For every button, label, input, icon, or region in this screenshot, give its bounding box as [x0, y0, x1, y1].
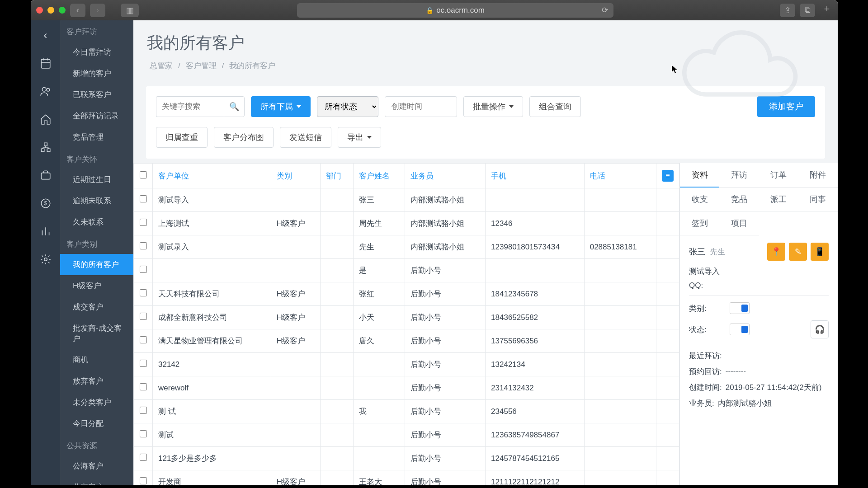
table-row[interactable]: 成都全新意科技公司H级客户小天后勤小号18436525582	[134, 306, 679, 329]
location-button[interactable]: 📍	[767, 243, 785, 261]
detail-tab[interactable]: 竞品	[719, 188, 759, 211]
back-button[interactable]: ‹	[70, 4, 85, 17]
detail-tab[interactable]: 派工	[759, 188, 798, 211]
row-checkbox[interactable]	[140, 477, 147, 484]
sidebar-item[interactable]: 已联系客户	[60, 84, 133, 105]
settings-icon[interactable]	[39, 253, 52, 266]
home-icon[interactable]	[39, 113, 52, 126]
minimize-window-icon[interactable]	[47, 7, 54, 14]
detail-tab[interactable]: 签到	[680, 211, 719, 235]
edit-button[interactable]: ✎	[789, 243, 807, 261]
headset-button[interactable]: 🎧	[811, 320, 829, 338]
detail-tab[interactable]: 同事	[798, 188, 838, 211]
sidebar-item[interactable]: H级客户	[60, 275, 133, 296]
row-checkbox[interactable]	[140, 336, 147, 343]
sidebar-item[interactable]: 今日需拜访	[60, 42, 133, 63]
table-row[interactable]: 121多少是多少多后勤小号1245787454512165	[134, 447, 679, 470]
column-header[interactable]: 类别	[271, 164, 320, 188]
select-all-header[interactable]	[134, 164, 153, 188]
table-row[interactable]: 测试导入张三内部测试骆小姐	[134, 188, 679, 212]
breadcrumb-item[interactable]: 总管家	[150, 61, 173, 70]
address-bar[interactable]: 🔒 oc.oacrm.com ⟳	[297, 3, 613, 18]
table-row[interactable]: 开发商H级客户王老大后勤小号1211122112121212	[134, 470, 679, 486]
bulk-action-dropdown[interactable]: 批量操作	[463, 96, 523, 117]
sidebar-item[interactable]: 公海客户	[60, 455, 133, 477]
sidebar-item[interactable]: 批发商-成交客户	[60, 318, 133, 349]
boxes-icon[interactable]	[39, 141, 52, 154]
column-header[interactable]: 部门	[320, 164, 353, 188]
close-window-icon[interactable]	[36, 7, 43, 14]
sidebar-item[interactable]: 逾期未联系	[60, 190, 133, 211]
scope-dropdown[interactable]: 所有下属	[251, 96, 311, 117]
detail-tab[interactable]: 项目	[719, 211, 759, 235]
table-row[interactable]: 是后勤小号	[134, 259, 679, 282]
sidebar-item[interactable]: 成交客户	[60, 296, 133, 318]
briefcase-icon[interactable]	[39, 169, 52, 182]
table-row[interactable]: 32142后勤小号13242134	[134, 353, 679, 376]
row-checkbox[interactable]	[140, 219, 147, 226]
detail-tab[interactable]: 收支	[680, 188, 719, 211]
category-select[interactable]	[730, 302, 750, 314]
table-row[interactable]: werewolf后勤小号2314132432	[134, 376, 679, 400]
users-icon[interactable]	[39, 84, 52, 98]
table-row[interactable]: 测试录入先生内部测试骆小姐12398018015734З402885138181	[134, 235, 679, 259]
column-header[interactable]: 手机	[486, 164, 585, 188]
sidebar-item[interactable]: 今日分配	[60, 413, 133, 434]
column-header[interactable]: 客户姓名	[353, 164, 405, 188]
column-header[interactable]: 业务员	[405, 164, 486, 188]
row-checkbox[interactable]	[140, 313, 147, 320]
select-all-checkbox[interactable]	[140, 171, 147, 178]
row-checkbox[interactable]	[140, 430, 147, 437]
sidebar-item[interactable]: 全部拜访记录	[60, 105, 133, 127]
detail-tab[interactable]: 拜访	[719, 163, 759, 188]
reload-icon[interactable]: ⟳	[602, 5, 608, 15]
sidebar-item[interactable]: 共享客户	[60, 477, 133, 485]
breadcrumb-item[interactable]: 客户管理	[186, 61, 217, 70]
column-header[interactable]: 电话	[584, 164, 656, 188]
table-row[interactable]: 上海测试H级客户周先生内部测试骆小姐12346	[134, 212, 679, 235]
toolbar-button[interactable]: 客户分布图	[214, 127, 274, 148]
detail-tab[interactable]: 附件	[798, 163, 838, 188]
money-icon[interactable]: $	[39, 197, 52, 210]
row-checkbox[interactable]	[140, 360, 147, 367]
created-date-input[interactable]	[385, 96, 457, 117]
share-button[interactable]: ⇪	[780, 4, 795, 17]
row-checkbox[interactable]	[140, 454, 147, 461]
mobile-button[interactable]: 📱	[811, 243, 829, 261]
toolbar-button[interactable]: 归属查重	[156, 127, 208, 148]
sidebar-item[interactable]: 我的所有客户	[60, 254, 133, 275]
sidebar-item[interactable]: 未分类客户	[60, 392, 133, 413]
table-row[interactable]: 天天科技有限公司H级客户张红后勤小号18412345678	[134, 282, 679, 306]
row-checkbox[interactable]	[140, 383, 147, 390]
toolbar-button[interactable]: 发送短信	[280, 127, 331, 148]
add-customer-button[interactable]: 添加客户	[757, 96, 815, 117]
new-tab-button[interactable]: +	[821, 4, 832, 14]
table-row[interactable]: 测 试我后勤小号234556	[134, 400, 679, 423]
table-row[interactable]: 测试后勤小号1236385749854867	[134, 423, 679, 447]
search-button[interactable]: 🔍	[224, 96, 245, 117]
combo-query-button[interactable]: 组合查询	[529, 96, 581, 117]
sidebar-item[interactable]: 近期过生日	[60, 169, 133, 190]
calendar-icon[interactable]	[39, 56, 52, 70]
column-settings-button[interactable]: ≡	[662, 170, 674, 182]
sidebar-item[interactable]: 商机	[60, 349, 133, 371]
column-header[interactable]: 客户单位	[153, 164, 271, 188]
search-input[interactable]	[156, 96, 224, 117]
collapse-icon[interactable]: ‹	[39, 28, 52, 42]
tabs-button[interactable]: ⧉	[800, 4, 815, 17]
forward-button[interactable]: ›	[90, 4, 105, 17]
status-select[interactable]: 所有状态	[317, 96, 378, 117]
sidebar-item[interactable]: 久未联系	[60, 211, 133, 233]
row-checkbox[interactable]	[140, 266, 147, 273]
maximize-window-icon[interactable]	[59, 7, 66, 14]
sidebar-item[interactable]: 新增的客户	[60, 63, 133, 84]
table-row[interactable]: 满天星物业管理有限公司H级客户唐久后勤小号13755696356	[134, 329, 679, 353]
detail-tab[interactable]: 订单	[759, 163, 798, 188]
row-checkbox[interactable]	[140, 242, 147, 249]
stats-icon[interactable]	[39, 225, 52, 238]
detail-tab[interactable]: 资料	[680, 163, 719, 188]
row-checkbox[interactable]	[140, 407, 147, 414]
sidebar-item[interactable]: 竞品管理	[60, 127, 133, 148]
row-checkbox[interactable]	[140, 195, 147, 202]
toolbar-button[interactable]: 导出	[338, 127, 381, 148]
